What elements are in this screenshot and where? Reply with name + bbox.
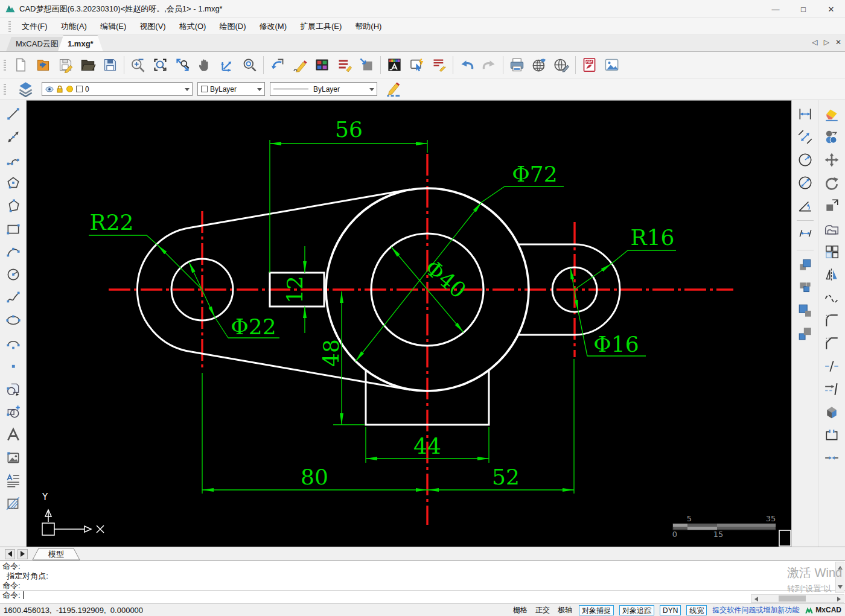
- save-as-button[interactable]: [99, 54, 121, 77]
- insert-block-button[interactable]: [3, 379, 24, 399]
- scrollbar-thumb[interactable]: [779, 595, 806, 602]
- draworder-below-button[interactable]: [795, 323, 815, 344]
- layer-states-button[interactable]: [333, 54, 356, 77]
- tab-current-drawing[interactable]: 1.mxg*: [58, 36, 103, 51]
- view-previous-button[interactable]: [266, 54, 289, 77]
- zoom-in-out-button[interactable]: [127, 54, 149, 77]
- break-button[interactable]: [821, 356, 842, 376]
- copy-button[interactable]: [821, 127, 842, 147]
- color-palette-button[interactable]: [311, 54, 333, 77]
- polygon-button[interactable]: [3, 173, 24, 193]
- irregular-polygon-button[interactable]: [3, 195, 24, 216]
- draworder-above-button[interactable]: [795, 300, 815, 321]
- quick-select-button[interactable]: [406, 54, 428, 77]
- layer-select[interactable]: 0: [42, 82, 193, 96]
- command-window[interactable]: 命令: 指定对角点: 命令: 命令: 激活 Wind 转到“设置”以: [0, 560, 845, 603]
- print-button[interactable]: [506, 54, 528, 77]
- toggle-osnap[interactable]: 对象捕捉: [579, 605, 614, 615]
- pan-button[interactable]: [194, 54, 216, 77]
- elliptical-arc-button[interactable]: [3, 333, 24, 354]
- drawing-canvas[interactable]: 56 Φ72 R22 R16 Φ22 Φ16 Φ40 12 48 44 80 5…: [27, 101, 791, 547]
- point-button[interactable]: [3, 356, 24, 376]
- toggle-lineweight[interactable]: 线宽: [686, 605, 707, 615]
- dim-radius-button[interactable]: [795, 150, 815, 170]
- array-button[interactable]: [821, 241, 842, 262]
- block-library-button[interactable]: [356, 54, 378, 77]
- open-cloud-button[interactable]: [32, 54, 54, 77]
- drawing-area[interactable]: 56 Φ72 R22 R16 Φ22 Φ16 Φ40 12 48 44 80 5…: [27, 100, 791, 547]
- draworder-front-button[interactable]: [795, 255, 815, 275]
- new-file-button[interactable]: [10, 54, 32, 77]
- menu-draw[interactable]: 绘图(D): [213, 19, 252, 34]
- draw-sketch-button[interactable]: [289, 54, 311, 77]
- redo-button[interactable]: [478, 54, 500, 77]
- command-input-line[interactable]: 命令:: [0, 590, 845, 600]
- open-folder-button[interactable]: [77, 54, 99, 77]
- dim-linear-button[interactable]: [795, 104, 815, 124]
- spline-button[interactable]: [3, 287, 24, 308]
- arc-button[interactable]: [3, 241, 24, 262]
- text-style-button[interactable]: [383, 54, 406, 77]
- web-edit-button[interactable]: [550, 54, 573, 77]
- web-publish-button[interactable]: [528, 54, 550, 77]
- text-button[interactable]: [3, 425, 24, 445]
- explode-button[interactable]: [821, 402, 842, 422]
- dim-continue-button[interactable]: [795, 225, 815, 246]
- match-properties-button[interactable]: [428, 54, 450, 77]
- rotate-button[interactable]: [821, 173, 842, 193]
- zoom-extents-button[interactable]: [171, 54, 194, 77]
- maximize-button[interactable]: □: [789, 0, 817, 18]
- color-select[interactable]: ByLayer: [197, 82, 265, 96]
- menu-format[interactable]: 格式(O): [173, 19, 212, 34]
- line-button[interactable]: [3, 104, 24, 124]
- circle-button[interactable]: [3, 264, 24, 285]
- tab-close-button[interactable]: ✕: [835, 38, 841, 46]
- pdf-export-button[interactable]: [578, 54, 601, 77]
- zoom-center-button[interactable]: [238, 54, 261, 77]
- hatch-button[interactable]: [3, 494, 24, 514]
- dim-diameter-button[interactable]: [795, 173, 815, 193]
- minimize-button[interactable]: —: [762, 0, 789, 18]
- lineweight-button[interactable]: [382, 78, 404, 101]
- image-export-button[interactable]: [601, 54, 623, 77]
- layer-manager-button[interactable]: [14, 78, 37, 101]
- offset-button[interactable]: [821, 218, 842, 239]
- menu-edit[interactable]: 编辑(E): [94, 19, 132, 34]
- feedback-link[interactable]: 提交软件问题或增加新功能: [712, 605, 799, 615]
- menu-help[interactable]: 帮助(H): [349, 19, 387, 34]
- command-vertical-scrollbar[interactable]: [835, 562, 844, 593]
- save-button[interactable]: [54, 54, 77, 77]
- menu-express-tools[interactable]: 扩展工具(E): [294, 19, 348, 34]
- spline-edit-button[interactable]: [821, 287, 842, 308]
- create-block-button[interactable]: [3, 402, 24, 422]
- fillet-button[interactable]: [821, 310, 842, 331]
- tab-next-button[interactable]: ▷: [824, 38, 829, 46]
- dim-angular-button[interactable]: [795, 195, 815, 216]
- zoom-window-button[interactable]: [149, 54, 171, 77]
- linetype-select[interactable]: ByLayer: [270, 82, 377, 96]
- mirror-button[interactable]: [821, 264, 842, 285]
- rectangle-button[interactable]: [3, 218, 24, 239]
- command-horizontal-scrollbar[interactable]: [751, 594, 844, 603]
- draworder-back-button[interactable]: [795, 278, 815, 298]
- sheet-next-button[interactable]: [18, 549, 28, 559]
- extend-button[interactable]: [821, 379, 842, 399]
- menu-function[interactable]: 功能(A): [55, 19, 93, 34]
- scale-button[interactable]: [821, 195, 842, 216]
- close-button[interactable]: ✕: [817, 0, 845, 18]
- ellipse-button[interactable]: [3, 310, 24, 331]
- zoom-scale-button[interactable]: [216, 54, 238, 77]
- menu-view[interactable]: 视图(V): [133, 19, 171, 34]
- model-tab[interactable]: 模型: [30, 548, 82, 560]
- tab-prev-button[interactable]: ◁: [812, 38, 817, 46]
- sheet-prev-button[interactable]: [5, 549, 15, 559]
- undo-button[interactable]: [456, 54, 478, 77]
- image-button[interactable]: [3, 448, 24, 468]
- join-button[interactable]: [821, 448, 842, 468]
- toggle-otrack[interactable]: 对象追踪: [619, 605, 654, 615]
- toggle-grid[interactable]: 栅格: [512, 605, 529, 615]
- toggle-dyn[interactable]: DYN: [660, 605, 681, 615]
- erase-button[interactable]: [821, 104, 842, 124]
- dim-aligned-button[interactable]: [795, 127, 815, 147]
- move-button[interactable]: [821, 150, 842, 170]
